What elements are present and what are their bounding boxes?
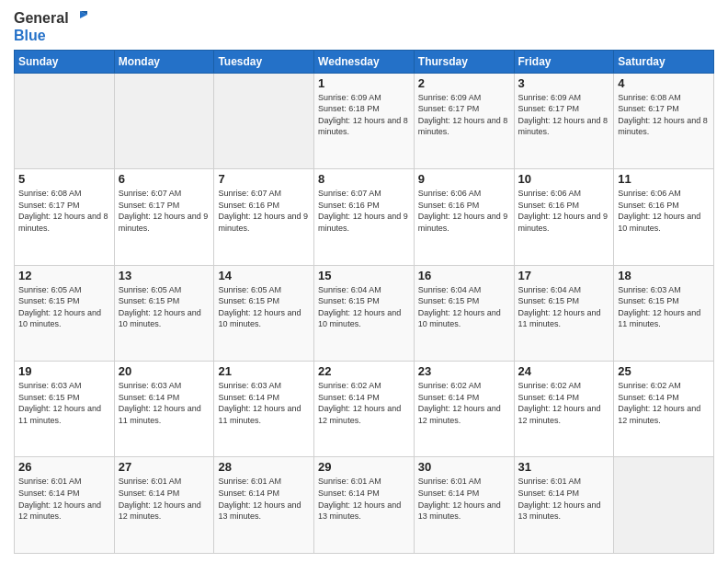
day-number-12: 12 <box>18 269 110 282</box>
day-info-3: Sunrise: 6:09 AM Sunset: 6:17 PM Dayligh… <box>518 92 610 138</box>
header-thursday: Thursday <box>414 50 514 73</box>
day-info-1: Sunrise: 6:09 AM Sunset: 6:18 PM Dayligh… <box>318 92 410 138</box>
day-number-13: 13 <box>119 269 210 282</box>
cell-w4-d3: 21Sunrise: 6:03 AM Sunset: 6:14 PM Dayli… <box>214 362 314 457</box>
day-number-27: 27 <box>119 460 210 474</box>
day-info-12: Sunrise: 6:05 AM Sunset: 6:15 PM Dayligh… <box>18 284 110 330</box>
day-number-16: 16 <box>418 269 510 282</box>
day-number-20: 20 <box>119 364 210 378</box>
day-number-28: 28 <box>218 460 310 474</box>
day-info-23: Sunrise: 6:02 AM Sunset: 6:14 PM Dayligh… <box>418 380 510 426</box>
cell-w1-d2 <box>114 73 214 168</box>
cell-w3-d7: 18Sunrise: 6:03 AM Sunset: 6:15 PM Dayli… <box>614 265 714 361</box>
day-number-8: 8 <box>318 172 410 186</box>
week-row-5: 26Sunrise: 6:01 AM Sunset: 6:14 PM Dayli… <box>15 457 714 554</box>
day-info-7: Sunrise: 6:07 AM Sunset: 6:16 PM Dayligh… <box>218 188 310 234</box>
cell-w1-d1 <box>15 73 115 168</box>
cell-w4-d4: 22Sunrise: 6:02 AM Sunset: 6:14 PM Dayli… <box>314 362 415 457</box>
day-info-25: Sunrise: 6:02 AM Sunset: 6:14 PM Dayligh… <box>618 380 710 426</box>
cell-w5-d4: 29Sunrise: 6:01 AM Sunset: 6:14 PM Dayli… <box>314 457 415 554</box>
logo-text-block: General Blue <box>14 9 89 44</box>
day-number-9: 9 <box>418 172 510 186</box>
day-info-6: Sunrise: 6:07 AM Sunset: 6:17 PM Dayligh… <box>119 188 210 234</box>
cell-w3-d4: 15Sunrise: 6:04 AM Sunset: 6:15 PM Dayli… <box>314 265 415 361</box>
day-info-29: Sunrise: 6:01 AM Sunset: 6:14 PM Dayligh… <box>318 476 410 522</box>
day-number-31: 31 <box>518 460 610 474</box>
header-wednesday: Wednesday <box>314 50 415 73</box>
header-monday: Monday <box>114 50 214 73</box>
day-info-19: Sunrise: 6:03 AM Sunset: 6:15 PM Dayligh… <box>18 380 110 426</box>
day-info-21: Sunrise: 6:03 AM Sunset: 6:14 PM Dayligh… <box>218 380 310 426</box>
cell-w5-d3: 28Sunrise: 6:01 AM Sunset: 6:14 PM Dayli… <box>214 457 314 554</box>
header: General Blue <box>14 9 714 44</box>
week-row-4: 19Sunrise: 6:03 AM Sunset: 6:15 PM Dayli… <box>15 362 714 457</box>
day-number-21: 21 <box>218 364 310 378</box>
week-row-1: 1Sunrise: 6:09 AM Sunset: 6:18 PM Daylig… <box>15 73 714 168</box>
cell-w1-d4: 1Sunrise: 6:09 AM Sunset: 6:18 PM Daylig… <box>314 73 415 168</box>
day-info-20: Sunrise: 6:03 AM Sunset: 6:14 PM Dayligh… <box>119 380 210 426</box>
day-info-5: Sunrise: 6:08 AM Sunset: 6:17 PM Dayligh… <box>18 188 110 234</box>
day-number-11: 11 <box>618 172 710 186</box>
day-number-30: 30 <box>418 460 510 474</box>
day-number-23: 23 <box>418 364 510 378</box>
cell-w4-d6: 24Sunrise: 6:02 AM Sunset: 6:14 PM Dayli… <box>514 362 614 457</box>
day-number-18: 18 <box>618 269 710 282</box>
day-number-10: 10 <box>518 172 610 186</box>
day-info-8: Sunrise: 6:07 AM Sunset: 6:16 PM Dayligh… <box>318 188 410 234</box>
cell-w3-d2: 13Sunrise: 6:05 AM Sunset: 6:15 PM Dayli… <box>114 265 214 361</box>
logo-blue: Blue <box>14 28 89 44</box>
day-number-5: 5 <box>18 172 110 186</box>
day-number-15: 15 <box>318 269 410 282</box>
header-tuesday: Tuesday <box>214 50 314 73</box>
day-info-15: Sunrise: 6:04 AM Sunset: 6:15 PM Dayligh… <box>318 284 410 330</box>
cell-w1-d3 <box>214 73 314 168</box>
cell-w3-d3: 14Sunrise: 6:05 AM Sunset: 6:15 PM Dayli… <box>214 265 314 361</box>
page: General Blue SundayMondayTuesdayWednesda… <box>0 0 728 563</box>
day-number-25: 25 <box>618 364 710 378</box>
cell-w2-d3: 7Sunrise: 6:07 AM Sunset: 6:16 PM Daylig… <box>214 169 314 265</box>
cell-w1-d7: 4Sunrise: 6:08 AM Sunset: 6:17 PM Daylig… <box>614 73 714 168</box>
header-saturday: Saturday <box>614 50 714 73</box>
day-number-2: 2 <box>418 76 510 90</box>
day-info-10: Sunrise: 6:06 AM Sunset: 6:16 PM Dayligh… <box>518 188 610 234</box>
day-number-14: 14 <box>218 269 310 282</box>
cell-w1-d6: 3Sunrise: 6:09 AM Sunset: 6:17 PM Daylig… <box>514 73 614 168</box>
day-number-22: 22 <box>318 364 410 378</box>
cell-w3-d6: 17Sunrise: 6:04 AM Sunset: 6:15 PM Dayli… <box>514 265 614 361</box>
cell-w4-d5: 23Sunrise: 6:02 AM Sunset: 6:14 PM Dayli… <box>414 362 514 457</box>
day-number-4: 4 <box>618 76 710 90</box>
cell-w4-d1: 19Sunrise: 6:03 AM Sunset: 6:15 PM Dayli… <box>15 362 115 457</box>
cell-w2-d7: 11Sunrise: 6:06 AM Sunset: 6:16 PM Dayli… <box>614 169 714 265</box>
cell-w5-d5: 30Sunrise: 6:01 AM Sunset: 6:14 PM Dayli… <box>414 457 514 554</box>
cell-w3-d1: 12Sunrise: 6:05 AM Sunset: 6:15 PM Dayli… <box>15 265 115 361</box>
header-friday: Friday <box>514 50 614 73</box>
day-info-16: Sunrise: 6:04 AM Sunset: 6:15 PM Dayligh… <box>418 284 510 330</box>
day-info-22: Sunrise: 6:02 AM Sunset: 6:14 PM Dayligh… <box>318 380 410 426</box>
cell-w5-d1: 26Sunrise: 6:01 AM Sunset: 6:14 PM Dayli… <box>15 457 115 554</box>
day-number-29: 29 <box>318 460 410 474</box>
day-number-7: 7 <box>218 172 310 186</box>
day-info-13: Sunrise: 6:05 AM Sunset: 6:15 PM Dayligh… <box>119 284 210 330</box>
cell-w2-d1: 5Sunrise: 6:08 AM Sunset: 6:17 PM Daylig… <box>15 169 115 265</box>
logo-general: General <box>14 10 69 27</box>
day-info-28: Sunrise: 6:01 AM Sunset: 6:14 PM Dayligh… <box>218 476 310 522</box>
cell-w5-d7 <box>614 457 714 554</box>
cell-w2-d4: 8Sunrise: 6:07 AM Sunset: 6:16 PM Daylig… <box>314 169 415 265</box>
day-number-3: 3 <box>518 76 610 90</box>
day-number-26: 26 <box>18 460 110 474</box>
cell-w4-d7: 25Sunrise: 6:02 AM Sunset: 6:14 PM Dayli… <box>614 362 714 457</box>
logo: General Blue <box>14 9 89 44</box>
cell-w5-d6: 31Sunrise: 6:01 AM Sunset: 6:14 PM Dayli… <box>514 457 614 554</box>
cell-w3-d5: 16Sunrise: 6:04 AM Sunset: 6:15 PM Dayli… <box>414 265 514 361</box>
day-info-26: Sunrise: 6:01 AM Sunset: 6:14 PM Dayligh… <box>18 476 110 522</box>
calendar-table: SundayMondayTuesdayWednesdayThursdayFrid… <box>14 50 714 554</box>
day-number-17: 17 <box>518 269 610 282</box>
cell-w2-d2: 6Sunrise: 6:07 AM Sunset: 6:17 PM Daylig… <box>114 169 214 265</box>
day-info-30: Sunrise: 6:01 AM Sunset: 6:14 PM Dayligh… <box>418 476 510 522</box>
day-info-17: Sunrise: 6:04 AM Sunset: 6:15 PM Dayligh… <box>518 284 610 330</box>
day-info-18: Sunrise: 6:03 AM Sunset: 6:15 PM Dayligh… <box>618 284 710 330</box>
day-number-1: 1 <box>318 76 410 90</box>
day-info-4: Sunrise: 6:08 AM Sunset: 6:17 PM Dayligh… <box>618 92 710 138</box>
header-sunday: Sunday <box>15 50 115 73</box>
day-info-2: Sunrise: 6:09 AM Sunset: 6:17 PM Dayligh… <box>418 92 510 138</box>
